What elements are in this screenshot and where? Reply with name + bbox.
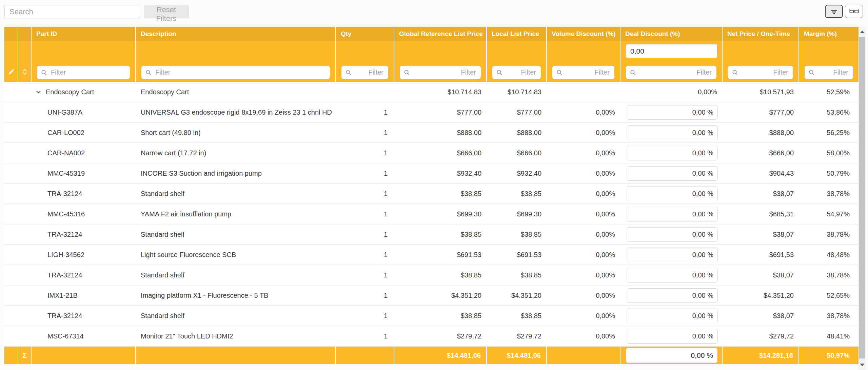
search-icon (346, 70, 352, 76)
table-row[interactable]: MSC-67314 Monitor 21" Touch LED HDMI2 1 … (4, 326, 859, 347)
global-price-cell: $38,85 (394, 306, 487, 326)
column-header-qty[interactable]: Qty (336, 27, 394, 41)
deal-discount-cell (620, 245, 723, 265)
column-header-deal-discount[interactable]: Deal Discount (%) (620, 27, 723, 41)
summary-qty-cell (336, 347, 394, 364)
table-header-row: Part ID Description Qty Global Reference… (4, 27, 859, 41)
filter-input[interactable] (355, 68, 384, 77)
expand-collapse-all-icon[interactable] (22, 69, 28, 75)
part-id-cell: MMC-45319 (32, 163, 136, 183)
row-expand-cell (18, 265, 32, 285)
description-cell: UNIVERSAL G3 endoscope rigid 8x19.69 in … (136, 102, 336, 122)
deal-discount-input[interactable] (627, 288, 718, 303)
deal-discount-input[interactable] (627, 268, 718, 283)
filter-input-net-price[interactable] (728, 66, 793, 79)
scrollbar-up-arrow[interactable] (860, 31, 865, 33)
summary-deal-discount-input[interactable] (626, 348, 717, 363)
table-filter-row (4, 41, 859, 82)
reset-filters-button[interactable]: Reset Filters (144, 5, 189, 18)
filter-input-margin[interactable] (805, 66, 853, 79)
qty-cell: 1 (336, 123, 394, 142)
column-header-margin[interactable]: Margin (%) (799, 27, 859, 41)
margin-cell: 48,48% (799, 245, 859, 265)
net-price-cell: $279,72 (723, 326, 799, 346)
filter-list-button[interactable] (825, 5, 843, 18)
deal-discount-input[interactable] (627, 248, 718, 262)
column-header-net-price[interactable]: Net Price / One-Time (723, 27, 799, 41)
qty-cell: 1 (336, 326, 394, 346)
summary-edit-cell (4, 347, 18, 364)
filter-input-local-price[interactable] (492, 66, 541, 79)
table-row[interactable]: UNI-G387A UNIVERSAL G3 endoscope rigid 8… (4, 102, 859, 123)
table-row[interactable]: LIGH-34562 Light source Fluorescence SCB… (4, 245, 859, 265)
deal-discount-input[interactable] (627, 146, 718, 160)
table-row[interactable]: CAR-LO002 Short cart (49.80 in) 1 $888,0… (4, 123, 859, 143)
table-row[interactable]: TRA-32124 Standard shelf 1 $38,85 $38,85… (4, 225, 859, 245)
deal-discount-input[interactable] (627, 166, 718, 181)
column-header-description[interactable]: Description (136, 27, 336, 41)
expand-column-filter-cell[interactable] (18, 41, 32, 82)
filter-input[interactable] (818, 68, 849, 77)
scrollbar-thumb[interactable] (859, 37, 865, 358)
local-price-cell: $4.351,20 (487, 286, 547, 305)
column-header-local-price[interactable]: Local List Price (487, 27, 547, 41)
column-header-volume-discount[interactable]: Volume Discount (%) (547, 27, 620, 41)
glasses-button[interactable] (845, 5, 863, 18)
margin-cell: 52,65% (799, 286, 859, 305)
filter-input-description[interactable] (141, 66, 330, 79)
filter-input-global-price[interactable] (400, 66, 481, 79)
deal-discount-input[interactable] (627, 105, 718, 120)
qty-cell: 1 (336, 204, 394, 224)
filter-input[interactable] (50, 68, 126, 77)
deal-discount-header-input[interactable] (626, 44, 717, 58)
search-input[interactable] (4, 5, 140, 18)
description-cell: Standard shelf (136, 225, 336, 244)
net-price-cell: $888,00 (723, 123, 799, 142)
filter-input-part-id[interactable] (37, 66, 130, 79)
deal-discount-cell (620, 102, 723, 122)
filter-input-deal-discount[interactable] (626, 66, 716, 79)
filter-cell-net-price (723, 41, 799, 82)
edit-column-filter-cell[interactable] (4, 41, 18, 82)
part-id-label: TRA-32124 (47, 312, 82, 320)
net-price-cell: $38,07 (723, 306, 799, 326)
table-row[interactable]: IMX1-21B Imaging platform X1 - Fluoresce… (4, 286, 859, 306)
column-header-global-price[interactable]: Global Reference List Price (394, 27, 487, 41)
part-id-label: CAR-NA002 (47, 149, 85, 157)
filter-input[interactable] (155, 68, 326, 77)
filter-input[interactable] (741, 68, 789, 77)
table-row[interactable]: CAR-NA002 Narrow cart (17.72 in) 1 $666,… (4, 143, 859, 163)
part-id-cell: UNI-G387A (32, 102, 136, 122)
part-id-cell: MSC-67314 (32, 326, 136, 346)
margin-cell: 38,78% (799, 306, 859, 326)
part-id-label: MSC-67314 (47, 332, 84, 340)
qty-cell: 1 (336, 225, 394, 244)
deal-discount-input[interactable] (627, 329, 718, 344)
table-row[interactable]: MMC-45319 INCORE S3 Suction and irrigati… (4, 163, 859, 184)
deal-discount-input[interactable] (627, 227, 718, 242)
chevron-down-icon[interactable] (35, 89, 42, 95)
filter-input[interactable] (639, 68, 712, 77)
table-row[interactable]: MMC-45316 YAMA F2 air insufflation pump … (4, 204, 859, 225)
edit-pencil-icon[interactable] (8, 69, 15, 75)
filter-input-qty[interactable] (341, 66, 388, 79)
table-row[interactable]: TRA-32124 Standard shelf 1 $38,85 $38,85… (4, 184, 859, 204)
global-price-cell: $4.351,20 (394, 286, 487, 305)
filter-input[interactable] (506, 68, 537, 77)
deal-discount-input[interactable] (627, 309, 718, 323)
filter-input[interactable] (566, 68, 610, 77)
deal-discount-input[interactable] (627, 187, 718, 201)
filter-input[interactable] (413, 68, 477, 77)
search-icon (145, 70, 152, 76)
filter-input-volume-discount[interactable] (552, 66, 614, 79)
vertical-scrollbar[interactable] (859, 27, 866, 370)
deal-discount-input[interactable] (627, 125, 718, 140)
table-row[interactable]: TRA-32124 Standard shelf 1 $38,85 $38,85… (4, 306, 859, 326)
scrollbar-down-arrow[interactable] (860, 364, 865, 366)
part-id-label: TRA-32124 (47, 231, 82, 238)
deal-discount-input[interactable] (627, 207, 718, 221)
column-header-part-id[interactable]: Part ID (32, 27, 136, 41)
table-row[interactable]: TRA-32124 Standard shelf 1 $38,85 $38,85… (4, 265, 859, 286)
table-row[interactable]: Endoscopy Cart Endoscopy Cart $10.714,83… (4, 82, 859, 102)
volume-discount-cell: 0,00% (547, 184, 620, 203)
